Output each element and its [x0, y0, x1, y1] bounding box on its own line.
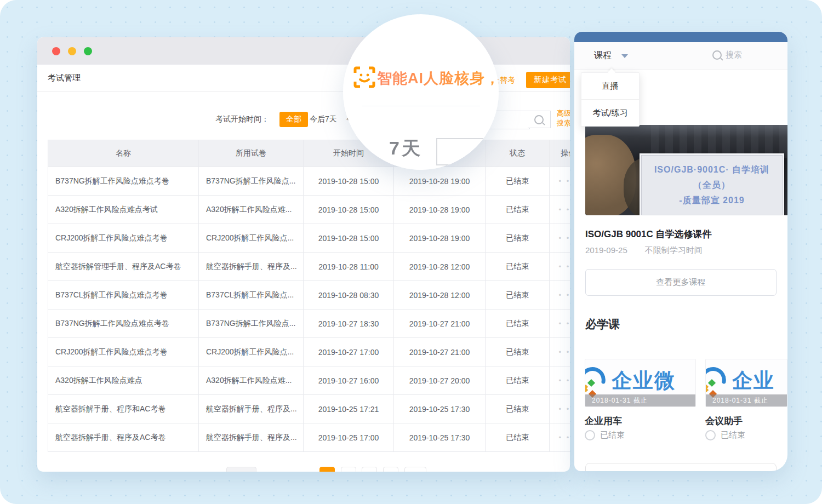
- advanced-search-link[interactable]: 高级 搜索: [557, 108, 570, 128]
- magnified-text-fragment: 7天: [389, 136, 423, 161]
- course-cover-image[interactable]: ISO/GJB·9001C· 自学培训 （全员） -质量部宣 2019: [585, 125, 787, 215]
- card-status-vehicle: 已结束: [585, 430, 625, 440]
- col-paper: 所用试卷: [199, 140, 304, 167]
- cell-end-time: 2019-10-27 20:00: [394, 366, 486, 394]
- feature-spotlight-circle: 智能AI人脸核身， 7天: [343, 14, 499, 170]
- table-row[interactable]: B737NG拆解工作风险点难点考卷 B737NG拆解工作风险点... 2019-…: [48, 310, 570, 338]
- cell-start-time: 2019-10-28 15:00: [304, 167, 394, 195]
- course-nav-dropdown[interactable]: 课程: [594, 50, 612, 61]
- cell-exam-name: CRJ200拆解工作风险点难点考卷: [48, 338, 199, 366]
- card-deadline: 2018-01-31 截止: [585, 394, 695, 406]
- cell-end-time: 2019-10-28 12:00: [394, 281, 486, 309]
- panel-search[interactable]: 搜索: [712, 50, 742, 60]
- pagination: 1234: [37, 467, 570, 472]
- cell-status: 已结束: [486, 167, 550, 195]
- cell-paper-name: A320拆解工作风险点难...: [199, 366, 304, 394]
- pagination-page-button[interactable]: 1: [319, 467, 335, 472]
- cell-end-time: 2019-10-28 19:00: [394, 167, 486, 195]
- course-date: 2019-09-25: [585, 245, 627, 256]
- filter-next7days[interactable]: 今后7天: [310, 114, 337, 124]
- course-card-vehicle[interactable]: 企业微 2018-01-31 截止: [585, 359, 696, 407]
- cell-start-time: 2019-10-28 15:00: [304, 224, 394, 252]
- spotlight-headline: 智能AI人脸核身，: [377, 68, 499, 88]
- dropdown-item-exam-practice[interactable]: 考试/练习: [581, 99, 639, 126]
- card-status-label: 已结束: [600, 430, 625, 440]
- cell-end-time: 2019-10-27 21:00: [394, 338, 486, 366]
- exam-table: 名称 所用试卷 开始时间 截止时间 状态 操作 B737NG拆解工作风险点难点考…: [48, 140, 570, 452]
- cell-status: 已结束: [486, 395, 550, 423]
- table-row[interactable]: 航空器拆解手册、程序及AC考卷 航空器拆解手册、程序及... 2019-10-2…: [48, 423, 570, 452]
- pagination-page-button[interactable]: 3: [362, 467, 377, 472]
- row-actions-button[interactable]: • • •: [550, 395, 570, 423]
- table-row[interactable]: A320拆解工作风险点难点 A320拆解工作风险点难... 2019-10-27…: [48, 366, 570, 395]
- advanced-search-line2: 搜索: [557, 118, 570, 128]
- pagination-page-button[interactable]: 2: [341, 467, 356, 472]
- card-title-vehicle[interactable]: 企业用车: [585, 415, 622, 427]
- cell-status: 已结束: [486, 366, 550, 394]
- course-slide-overlay: ISO/GJB·9001C· 自学培训 （全员） -质量部宣 2019: [640, 153, 784, 215]
- search-icon: [712, 50, 722, 60]
- cell-paper-name: 航空器拆解手册、程序及...: [199, 423, 304, 451]
- radio-icon[interactable]: [705, 430, 716, 440]
- cell-exam-name: A320拆解工作风险点难点考试: [48, 196, 199, 224]
- row-actions-button[interactable]: • • •: [550, 196, 570, 224]
- cell-start-time: 2019-10-27 16:00: [304, 366, 394, 394]
- minimize-window-icon[interactable]: [68, 47, 76, 55]
- cell-paper-name: B737NG拆解工作风险点...: [199, 310, 304, 337]
- col-name: 名称: [48, 140, 199, 167]
- pagination-next-button[interactable]: [404, 467, 426, 472]
- wework-logo-text: 企业微: [612, 367, 676, 394]
- row-actions-button[interactable]: • • •: [550, 338, 570, 366]
- face-scan-icon: [353, 66, 375, 90]
- card-title-meeting[interactable]: 会议助手: [705, 415, 743, 427]
- row-actions-button[interactable]: • • •: [550, 224, 570, 252]
- panel-top-bar: [574, 32, 787, 42]
- cell-status: 已结束: [486, 224, 550, 252]
- cell-end-time: 2019-10-25 17:30: [394, 423, 486, 451]
- cell-paper-name: A320拆解工作风险点难...: [199, 196, 304, 224]
- maximize-window-icon[interactable]: [84, 47, 92, 55]
- view-more-courses-button[interactable]: 查看更多课程: [585, 269, 777, 296]
- cell-exam-name: B737NG拆解工作风险点难点考卷: [48, 310, 199, 337]
- cell-exam-name: CRJ200拆解工作风险点难点考卷: [48, 224, 199, 252]
- cell-status: 已结束: [486, 310, 550, 337]
- cell-paper-name: 航空器拆解手册、程序及...: [199, 395, 304, 423]
- table-row[interactable]: B737NG拆解工作风险点难点考卷 B737NG拆解工作风险点... 2019-…: [48, 167, 570, 196]
- table-row[interactable]: CRJ200拆解工作风险点难点考卷 CRJ200拆解工作风险点... 2019-…: [48, 338, 570, 366]
- card-status-label: 已结束: [721, 430, 745, 440]
- slide-line2: （全员）: [693, 180, 730, 191]
- pagination-page-button[interactable]: 4: [383, 467, 398, 472]
- dropdown-item-live[interactable]: 直播: [581, 73, 639, 99]
- new-exam-button[interactable]: 新建考试: [526, 72, 570, 88]
- cell-exam-name: A320拆解工作风险点难点: [48, 366, 199, 394]
- course-title[interactable]: ISO/GJB 9001C 自学选修课件: [585, 228, 712, 240]
- close-window-icon[interactable]: [52, 47, 60, 55]
- cell-start-time: 2019-10-27 18:30: [304, 310, 394, 337]
- cell-status: 已结束: [486, 196, 550, 224]
- search-button[interactable]: [528, 111, 551, 128]
- row-actions-button[interactable]: • • •: [550, 167, 570, 195]
- table-row[interactable]: 航空器拆解手册、程序和AC考卷 航空器拆解手册、程序及... 2019-10-2…: [48, 395, 570, 423]
- cockpit-instruments: [651, 125, 787, 158]
- row-actions-button[interactable]: • • •: [550, 310, 570, 337]
- cell-end-time: 2019-10-28 19:00: [394, 224, 486, 252]
- card-deadline: 2018-01-31 截止: [706, 394, 787, 406]
- row-actions-button[interactable]: • • •: [550, 366, 570, 394]
- cell-status: 已结束: [486, 423, 550, 451]
- row-actions-button[interactable]: • • •: [550, 423, 570, 451]
- row-actions-button[interactable]: • • •: [550, 281, 570, 309]
- course-card-meeting[interactable]: 企业 2018-01-31 截止: [705, 359, 787, 407]
- cell-exam-name: B737NG拆解工作风险点难点考卷: [48, 167, 199, 195]
- filter-all-button[interactable]: 全部: [279, 112, 308, 127]
- pagination-prev-button[interactable]: [226, 467, 256, 472]
- radio-icon[interactable]: [585, 430, 595, 440]
- col-ops: 操作: [550, 140, 570, 167]
- table-row[interactable]: 航空器拆解管理手册、程序及AC考卷 航空器拆解手册、程序及... 2019-10…: [48, 253, 570, 281]
- slide-line3: -质量部宣 2019: [679, 195, 744, 207]
- table-row[interactable]: B737CL拆解工作风险点难点考卷 B737CL拆解工作风险点... 2019-…: [48, 281, 570, 310]
- table-row[interactable]: A320拆解工作风险点难点考试 A320拆解工作风险点难... 2019-10-…: [48, 196, 570, 224]
- cell-end-time: 2019-10-28 12:00: [394, 253, 486, 280]
- cell-end-time: 2019-10-27 21:00: [394, 310, 486, 337]
- table-row[interactable]: CRJ200拆解工作风险点难点考卷 CRJ200拆解工作风险点... 2019-…: [48, 224, 570, 253]
- row-actions-button[interactable]: • • •: [550, 253, 570, 280]
